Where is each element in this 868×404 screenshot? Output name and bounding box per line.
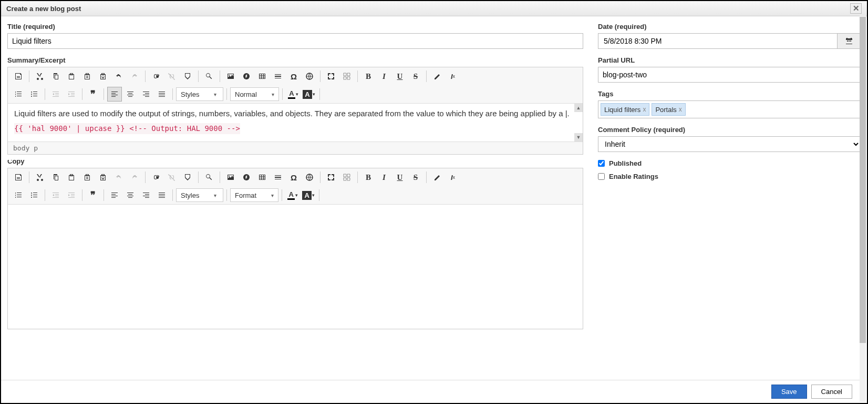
tag-item: Liquid filtersx [601, 103, 649, 116]
alignleft-icon[interactable] [107, 188, 122, 203]
title-label: Title (required) [7, 23, 583, 31]
specialchar-icon[interactable]: Ω [286, 69, 301, 84]
image-icon[interactable] [223, 69, 238, 84]
scrollbar-thumb[interactable] [860, 17, 866, 343]
tag-remove-icon[interactable]: x [643, 106, 646, 113]
numberedlist-icon[interactable] [11, 188, 26, 203]
undo-icon[interactable] [111, 69, 126, 84]
maximize-icon[interactable] [324, 69, 338, 84]
bold-button[interactable]: B [361, 170, 376, 185]
alignright-icon[interactable] [139, 87, 153, 102]
textcolor-button[interactable]: A▾ [286, 87, 301, 102]
redo-icon[interactable] [127, 69, 142, 84]
specialchar-icon[interactable]: Ω [286, 170, 301, 185]
anchor-icon[interactable] [180, 69, 195, 84]
textcolor-button[interactable]: A▾ [285, 188, 300, 203]
aligncenter-icon[interactable] [123, 188, 138, 203]
outdent-icon[interactable] [48, 188, 63, 203]
save-button[interactable]: Save [771, 385, 807, 399]
link-icon[interactable] [149, 69, 163, 84]
styles-dropdown[interactable]: Styles [176, 188, 223, 202]
styles-dropdown[interactable]: Styles [176, 87, 223, 101]
cancel-button[interactable]: Cancel [811, 385, 852, 399]
copy-icon[interactable] [48, 69, 63, 84]
undo-icon[interactable] [111, 170, 126, 185]
paste-text-icon[interactable] [80, 170, 95, 185]
strike-button[interactable]: S [408, 170, 423, 185]
italic-button[interactable]: I [377, 170, 391, 185]
italic-button[interactable]: I [377, 69, 391, 84]
aligncenter-icon[interactable] [123, 87, 138, 102]
table-icon[interactable] [255, 170, 270, 185]
removeformat-icon[interactable] [430, 69, 445, 84]
unlink-icon[interactable] [164, 69, 179, 84]
copy-icon[interactable] [48, 170, 63, 185]
link-icon[interactable] [149, 170, 163, 185]
scroll-up-icon[interactable]: ▲ [574, 104, 583, 112]
tag-remove-icon[interactable]: x [679, 106, 682, 113]
redo-icon[interactable] [127, 170, 142, 185]
tags-input[interactable]: Liquid filtersx Portalsx [598, 100, 861, 118]
justify-icon[interactable] [154, 188, 169, 203]
image-icon[interactable] [223, 170, 238, 185]
paste-text-icon[interactable] [80, 69, 95, 84]
cut-icon[interactable] [33, 170, 47, 185]
date-input[interactable] [598, 33, 838, 49]
showblocks-icon[interactable] [339, 69, 354, 84]
elements-path[interactable]: body p [8, 142, 583, 154]
iframe-icon[interactable] [302, 69, 317, 84]
paste-word-icon[interactable] [96, 170, 110, 185]
clearformat-icon[interactable]: Ix [446, 69, 460, 84]
bgcolor-button[interactable]: A▾ [301, 188, 316, 203]
maximize-icon[interactable] [324, 170, 338, 185]
hr-icon[interactable] [271, 170, 285, 185]
hr-icon[interactable] [271, 69, 285, 84]
justify-icon[interactable] [154, 87, 169, 102]
strike-button[interactable]: S [408, 69, 423, 84]
bgcolor-button[interactable]: A▾ [302, 87, 316, 102]
scroll-down-icon[interactable]: ▼ [574, 133, 583, 142]
format-dropdown[interactable]: Format [230, 188, 278, 202]
numberedlist-icon[interactable] [11, 87, 26, 102]
showblocks-icon[interactable] [339, 170, 354, 185]
bold-button[interactable]: B [361, 69, 376, 84]
comment-policy-select[interactable]: Inherit [598, 136, 861, 152]
flash-icon[interactable] [239, 170, 254, 185]
unlink-icon[interactable] [164, 170, 179, 185]
bulletlist-icon[interactable] [27, 188, 42, 203]
clearformat-icon[interactable]: Ix [446, 170, 460, 185]
partial-url-input[interactable] [598, 67, 861, 83]
copy-content[interactable] [8, 205, 583, 329]
find-icon[interactable] [202, 170, 216, 185]
removeformat-icon[interactable] [430, 170, 445, 185]
scrollbar[interactable] [860, 16, 866, 402]
title-input[interactable] [7, 33, 583, 49]
bulletlist-icon[interactable] [27, 87, 42, 102]
blockquote-icon[interactable]: ❞ [86, 188, 100, 203]
find-icon[interactable] [202, 69, 216, 84]
enable-ratings-checkbox[interactable] [598, 173, 605, 180]
indent-icon[interactable] [64, 188, 79, 203]
underline-button[interactable]: U [392, 170, 407, 185]
flash-icon[interactable] [239, 69, 254, 84]
format-dropdown[interactable]: Normal [230, 87, 279, 101]
alignleft-icon[interactable] [107, 87, 122, 102]
alignright-icon[interactable] [139, 188, 153, 203]
source-icon[interactable] [11, 170, 26, 185]
datepicker-button[interactable] [838, 33, 861, 49]
indent-icon[interactable] [64, 87, 79, 102]
blockquote-icon[interactable]: ❞ [86, 87, 100, 102]
summary-content[interactable]: Liquid filters are used to modify the ou… [8, 104, 583, 142]
paste-word-icon[interactable] [96, 69, 110, 84]
outdent-icon[interactable] [48, 87, 63, 102]
table-icon[interactable] [255, 69, 270, 84]
close-button[interactable]: ✕ [850, 3, 862, 14]
paste-icon[interactable] [64, 69, 79, 84]
underline-button[interactable]: U [392, 69, 407, 84]
cut-icon[interactable] [33, 69, 47, 84]
paste-icon[interactable] [64, 170, 79, 185]
iframe-icon[interactable] [302, 170, 317, 185]
anchor-icon[interactable] [180, 170, 195, 185]
source-icon[interactable] [11, 69, 26, 84]
published-checkbox[interactable] [598, 160, 605, 167]
